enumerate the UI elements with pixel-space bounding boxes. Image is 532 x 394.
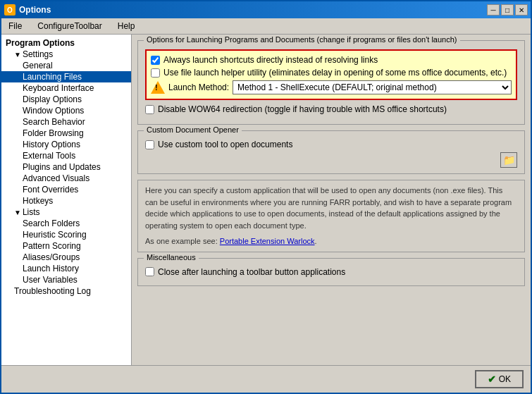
sidebar-item-heuristic-scoring[interactable]: Heuristic Scoring (1, 229, 131, 240)
info-paragraph: Here you can specify a custom applicatio… (145, 185, 517, 231)
always-launch-checkbox[interactable] (151, 56, 160, 65)
sidebar: Program Options ▼Settings General Launch… (1, 35, 132, 365)
minimize-button[interactable]: ─ (487, 4, 500, 16)
misc-close-checkbox[interactable] (145, 267, 154, 276)
sidebar-item-program-options[interactable]: Program Options (1, 37, 131, 49)
disable-wow64-checkbox[interactable] (145, 105, 154, 114)
disable-wow64-row: Disable WOW64 redirection (toggle if hav… (145, 103, 517, 116)
sidebar-item-troubleshooting[interactable]: Troubleshooting Log (1, 285, 131, 297)
sidebar-item-pattern-scoring[interactable]: Pattern Scoring (1, 240, 131, 252)
misc-title: Miscellaneous (144, 253, 199, 261)
launch-section-title: Options for Launching Programs and Docum… (144, 35, 460, 44)
custom-opener-title: Custom Document Opener (144, 125, 242, 134)
title-buttons: ─ □ ✕ (487, 4, 528, 16)
restore-button[interactable]: □ (501, 4, 514, 16)
info-link[interactable]: Portable Extension Warlock (220, 237, 315, 245)
main-panel: Options for Launching Programs and Docum… (132, 35, 531, 365)
sidebar-item-search-behavior[interactable]: Search Behavior (1, 116, 131, 128)
warning-indicator (151, 81, 165, 94)
ok-button[interactable]: ✔ OK (475, 370, 524, 388)
misc-body: Close after launching a toolbar button a… (138, 259, 524, 285)
sidebar-item-aliases-groups[interactable]: Aliases/Groups (1, 252, 131, 263)
sidebar-item-window-options[interactable]: Window Options (1, 105, 131, 116)
launch-section-body: Always launch shortcuts directly instead… (138, 41, 524, 124)
launch-method-label: Launch Method: (168, 82, 229, 92)
custom-opener-checkbox[interactable] (145, 140, 154, 149)
menu-help[interactable]: Help (113, 20, 140, 32)
helper-utility-label: Use file launch helper utility (eliminat… (163, 68, 507, 78)
warning-triangle-icon (151, 81, 165, 94)
sidebar-item-general[interactable]: General (1, 60, 131, 71)
menu-bar: File ConfigureToolbar Help (1, 18, 531, 35)
close-button[interactable]: ✕ (515, 4, 528, 16)
misc-close-label: Close after launching a toolbar button a… (158, 267, 345, 277)
sidebar-item-user-variables[interactable]: User Variables (1, 274, 131, 285)
custom-opener-checkbox-row: Use custom tool to open documents (145, 140, 517, 149)
window-title: Options (19, 5, 51, 15)
sidebar-item-hotkeys[interactable]: Hotkeys (1, 195, 131, 207)
launch-method-select[interactable]: Method 1 - ShellExecute (DEFAULT; origin… (233, 80, 512, 94)
info-link-row: As one example see: Portable Extension W… (145, 235, 517, 247)
menu-configure-toolbar[interactable]: ConfigureToolbar (33, 20, 106, 32)
title-bar-left: O Options (4, 4, 51, 16)
sidebar-item-launching-files[interactable]: Launching Files (1, 71, 131, 82)
sidebar-item-font-overrides[interactable]: Font Overrides (1, 184, 131, 195)
main-content: Program Options ▼Settings General Launch… (1, 35, 531, 365)
sidebar-item-external-tools[interactable]: External Tools (1, 150, 131, 161)
always-launch-label: Always launch shortcuts directly instead… (163, 55, 378, 65)
bottom-bar: ✔ OK (1, 365, 531, 393)
sidebar-item-folder-browsing[interactable]: Folder Browsing (1, 128, 131, 139)
helper-utility-checkbox[interactable] (151, 68, 160, 78)
browse-folder-button[interactable]: 📁 (500, 152, 517, 168)
sidebar-item-advanced-visuals[interactable]: Advanced Visuals (1, 173, 131, 184)
sidebar-item-display-options[interactable]: Display Options (1, 94, 131, 105)
sidebar-item-plugins-updates[interactable]: Plugins and Updates (1, 161, 131, 173)
app-icon: O (4, 4, 16, 16)
custom-opener-label: Use custom tool to open documents (158, 140, 292, 149)
launch-section: Options for Launching Programs and Docum… (137, 40, 525, 125)
info-text-box: Here you can specify a custom applicatio… (137, 180, 525, 252)
options-window: O Options ─ □ ✕ File ConfigureToolbar He… (0, 0, 532, 394)
sidebar-item-lists[interactable]: ▼Lists (1, 207, 131, 218)
sidebar-item-keyboard-interface[interactable]: Keyboard Interface (1, 82, 131, 94)
ok-label: OK (499, 374, 511, 384)
checkbox1-row: Always launch shortcuts directly instead… (151, 55, 512, 65)
ok-checkmark-icon: ✔ (488, 374, 496, 385)
custom-opener-section: Custom Document Opener Use custom tool t… (137, 130, 525, 174)
custom-opener-body: Use custom tool to open documents 📁 (138, 131, 524, 173)
sidebar-item-settings[interactable]: ▼Settings (1, 49, 131, 60)
misc-section: Miscellaneous Close after launching a to… (137, 258, 525, 286)
folder-btn-row: 📁 (145, 152, 517, 168)
checkbox2-row: Use file launch helper utility (eliminat… (151, 68, 512, 78)
info-link-suffix: . (315, 237, 317, 245)
highlight-box: Always launch shortcuts directly instead… (145, 49, 517, 100)
sidebar-item-launch-history[interactable]: Launch History (1, 263, 131, 274)
title-bar: O Options ─ □ ✕ (1, 1, 531, 18)
sidebar-item-search-folders[interactable]: Search Folders (1, 218, 131, 229)
info-link-prefix: As one example see: (145, 237, 220, 245)
menu-file[interactable]: File (4, 20, 26, 32)
misc-checkbox-row: Close after launching a toolbar button a… (145, 267, 517, 277)
launch-method-row: Launch Method: Method 1 - ShellExecute (… (151, 80, 512, 94)
disable-wow64-label: Disable WOW64 redirection (toggle if hav… (158, 104, 447, 114)
sidebar-item-history-options[interactable]: History Options (1, 139, 131, 150)
